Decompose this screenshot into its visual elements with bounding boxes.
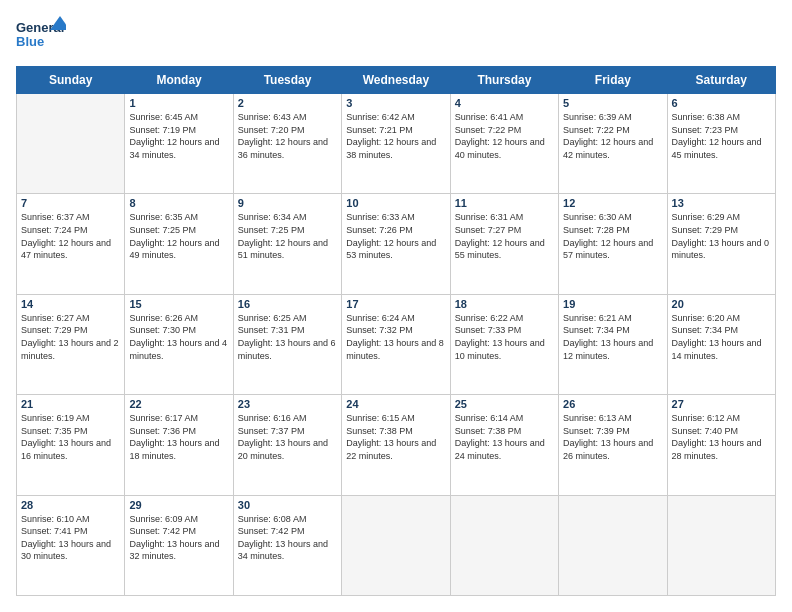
calendar-cell: [450, 495, 558, 595]
calendar-cell: 26 Sunrise: 6:13 AM Sunset: 7:39 PM Dayl…: [559, 395, 667, 495]
calendar-header-row: SundayMondayTuesdayWednesdayThursdayFrid…: [17, 67, 776, 94]
day-info: Sunrise: 6:29 AM Sunset: 7:29 PM Dayligh…: [672, 211, 771, 261]
calendar-table: SundayMondayTuesdayWednesdayThursdayFrid…: [16, 66, 776, 596]
day-info: Sunrise: 6:22 AM Sunset: 7:33 PM Dayligh…: [455, 312, 554, 362]
calendar-cell: 7 Sunrise: 6:37 AM Sunset: 7:24 PM Dayli…: [17, 194, 125, 294]
day-info: Sunrise: 6:14 AM Sunset: 7:38 PM Dayligh…: [455, 412, 554, 462]
day-info: Sunrise: 6:09 AM Sunset: 7:42 PM Dayligh…: [129, 513, 228, 563]
day-info: Sunrise: 6:31 AM Sunset: 7:27 PM Dayligh…: [455, 211, 554, 261]
day-info: Sunrise: 6:10 AM Sunset: 7:41 PM Dayligh…: [21, 513, 120, 563]
header: General Blue: [16, 16, 776, 56]
calendar-cell: 13 Sunrise: 6:29 AM Sunset: 7:29 PM Dayl…: [667, 194, 775, 294]
day-number: 15: [129, 298, 228, 310]
day-info: Sunrise: 6:38 AM Sunset: 7:23 PM Dayligh…: [672, 111, 771, 161]
day-info: Sunrise: 6:43 AM Sunset: 7:20 PM Dayligh…: [238, 111, 337, 161]
calendar-cell: 22 Sunrise: 6:17 AM Sunset: 7:36 PM Dayl…: [125, 395, 233, 495]
day-number: 1: [129, 97, 228, 109]
calendar-cell: 18 Sunrise: 6:22 AM Sunset: 7:33 PM Dayl…: [450, 294, 558, 394]
calendar-cell: 23 Sunrise: 6:16 AM Sunset: 7:37 PM Dayl…: [233, 395, 341, 495]
day-header-wednesday: Wednesday: [342, 67, 450, 94]
calendar-cell: 6 Sunrise: 6:38 AM Sunset: 7:23 PM Dayli…: [667, 94, 775, 194]
calendar-cell: 21 Sunrise: 6:19 AM Sunset: 7:35 PM Dayl…: [17, 395, 125, 495]
calendar-cell: 25 Sunrise: 6:14 AM Sunset: 7:38 PM Dayl…: [450, 395, 558, 495]
day-number: 23: [238, 398, 337, 410]
day-info: Sunrise: 6:21 AM Sunset: 7:34 PM Dayligh…: [563, 312, 662, 362]
svg-text:Blue: Blue: [16, 34, 44, 49]
day-info: Sunrise: 6:24 AM Sunset: 7:32 PM Dayligh…: [346, 312, 445, 362]
day-number: 26: [563, 398, 662, 410]
calendar-cell: [559, 495, 667, 595]
day-info: Sunrise: 6:39 AM Sunset: 7:22 PM Dayligh…: [563, 111, 662, 161]
day-info: Sunrise: 6:15 AM Sunset: 7:38 PM Dayligh…: [346, 412, 445, 462]
calendar-cell: 5 Sunrise: 6:39 AM Sunset: 7:22 PM Dayli…: [559, 94, 667, 194]
day-info: Sunrise: 6:34 AM Sunset: 7:25 PM Dayligh…: [238, 211, 337, 261]
week-row-1: 1 Sunrise: 6:45 AM Sunset: 7:19 PM Dayli…: [17, 94, 776, 194]
calendar-cell: 17 Sunrise: 6:24 AM Sunset: 7:32 PM Dayl…: [342, 294, 450, 394]
calendar-cell: [342, 495, 450, 595]
day-number: 16: [238, 298, 337, 310]
calendar-cell: 29 Sunrise: 6:09 AM Sunset: 7:42 PM Dayl…: [125, 495, 233, 595]
day-number: 21: [21, 398, 120, 410]
calendar-cell: 14 Sunrise: 6:27 AM Sunset: 7:29 PM Dayl…: [17, 294, 125, 394]
calendar-cell: 10 Sunrise: 6:33 AM Sunset: 7:26 PM Dayl…: [342, 194, 450, 294]
logo-svg: General Blue: [16, 16, 66, 56]
day-number: 17: [346, 298, 445, 310]
day-header-friday: Friday: [559, 67, 667, 94]
calendar-cell: 30 Sunrise: 6:08 AM Sunset: 7:42 PM Dayl…: [233, 495, 341, 595]
day-info: Sunrise: 6:19 AM Sunset: 7:35 PM Dayligh…: [21, 412, 120, 462]
calendar-cell: 27 Sunrise: 6:12 AM Sunset: 7:40 PM Dayl…: [667, 395, 775, 495]
day-info: Sunrise: 6:08 AM Sunset: 7:42 PM Dayligh…: [238, 513, 337, 563]
day-number: 2: [238, 97, 337, 109]
day-number: 30: [238, 499, 337, 511]
day-number: 22: [129, 398, 228, 410]
day-header-thursday: Thursday: [450, 67, 558, 94]
day-number: 29: [129, 499, 228, 511]
logo: General Blue: [16, 16, 66, 56]
day-number: 11: [455, 197, 554, 209]
day-number: 3: [346, 97, 445, 109]
calendar-cell: 1 Sunrise: 6:45 AM Sunset: 7:19 PM Dayli…: [125, 94, 233, 194]
day-header-sunday: Sunday: [17, 67, 125, 94]
calendar-cell: 16 Sunrise: 6:25 AM Sunset: 7:31 PM Dayl…: [233, 294, 341, 394]
day-number: 25: [455, 398, 554, 410]
day-info: Sunrise: 6:25 AM Sunset: 7:31 PM Dayligh…: [238, 312, 337, 362]
day-header-monday: Monday: [125, 67, 233, 94]
day-info: Sunrise: 6:12 AM Sunset: 7:40 PM Dayligh…: [672, 412, 771, 462]
day-info: Sunrise: 6:13 AM Sunset: 7:39 PM Dayligh…: [563, 412, 662, 462]
day-number: 20: [672, 298, 771, 310]
day-info: Sunrise: 6:16 AM Sunset: 7:37 PM Dayligh…: [238, 412, 337, 462]
day-info: Sunrise: 6:42 AM Sunset: 7:21 PM Dayligh…: [346, 111, 445, 161]
day-info: Sunrise: 6:37 AM Sunset: 7:24 PM Dayligh…: [21, 211, 120, 261]
calendar-cell: 3 Sunrise: 6:42 AM Sunset: 7:21 PM Dayli…: [342, 94, 450, 194]
day-number: 12: [563, 197, 662, 209]
calendar-cell: 15 Sunrise: 6:26 AM Sunset: 7:30 PM Dayl…: [125, 294, 233, 394]
day-number: 4: [455, 97, 554, 109]
week-row-4: 21 Sunrise: 6:19 AM Sunset: 7:35 PM Dayl…: [17, 395, 776, 495]
page: General Blue SundayMondayTuesdayWednesda…: [0, 0, 792, 612]
week-row-2: 7 Sunrise: 6:37 AM Sunset: 7:24 PM Dayli…: [17, 194, 776, 294]
day-number: 14: [21, 298, 120, 310]
calendar-cell: 9 Sunrise: 6:34 AM Sunset: 7:25 PM Dayli…: [233, 194, 341, 294]
day-info: Sunrise: 6:27 AM Sunset: 7:29 PM Dayligh…: [21, 312, 120, 362]
week-row-3: 14 Sunrise: 6:27 AM Sunset: 7:29 PM Dayl…: [17, 294, 776, 394]
day-info: Sunrise: 6:35 AM Sunset: 7:25 PM Dayligh…: [129, 211, 228, 261]
day-number: 5: [563, 97, 662, 109]
calendar-cell: 11 Sunrise: 6:31 AM Sunset: 7:27 PM Dayl…: [450, 194, 558, 294]
day-info: Sunrise: 6:26 AM Sunset: 7:30 PM Dayligh…: [129, 312, 228, 362]
calendar-cell: 28 Sunrise: 6:10 AM Sunset: 7:41 PM Dayl…: [17, 495, 125, 595]
day-number: 13: [672, 197, 771, 209]
day-header-saturday: Saturday: [667, 67, 775, 94]
day-info: Sunrise: 6:41 AM Sunset: 7:22 PM Dayligh…: [455, 111, 554, 161]
week-row-5: 28 Sunrise: 6:10 AM Sunset: 7:41 PM Dayl…: [17, 495, 776, 595]
calendar-cell: 8 Sunrise: 6:35 AM Sunset: 7:25 PM Dayli…: [125, 194, 233, 294]
calendar-cell: 4 Sunrise: 6:41 AM Sunset: 7:22 PM Dayli…: [450, 94, 558, 194]
day-number: 27: [672, 398, 771, 410]
day-number: 24: [346, 398, 445, 410]
calendar-cell: [17, 94, 125, 194]
day-header-tuesday: Tuesday: [233, 67, 341, 94]
calendar-cell: 2 Sunrise: 6:43 AM Sunset: 7:20 PM Dayli…: [233, 94, 341, 194]
day-info: Sunrise: 6:33 AM Sunset: 7:26 PM Dayligh…: [346, 211, 445, 261]
calendar-cell: 20 Sunrise: 6:20 AM Sunset: 7:34 PM Dayl…: [667, 294, 775, 394]
day-info: Sunrise: 6:45 AM Sunset: 7:19 PM Dayligh…: [129, 111, 228, 161]
day-number: 19: [563, 298, 662, 310]
